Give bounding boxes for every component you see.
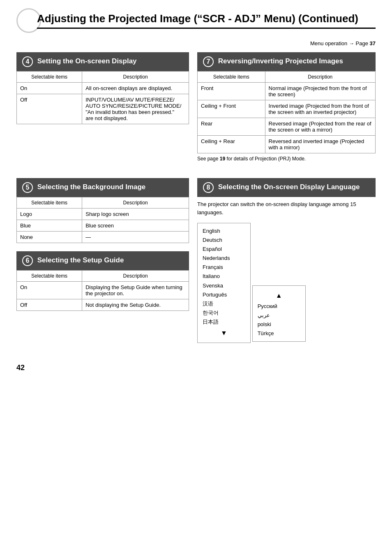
menu-operation: Menu operation → Page 37 — [16, 40, 376, 46]
section-4-title: Setting the On-screen Display — [37, 57, 137, 65]
menu-op-arrow: → — [349, 40, 354, 46]
s6-col1-header: Selectable items — [17, 271, 82, 282]
lang-francais: Français — [203, 263, 245, 272]
s7-row1-item: Front — [198, 83, 265, 100]
lang-portugues: Português — [203, 290, 245, 299]
section-4-table: Selectable items Description On All on-s… — [16, 71, 189, 124]
arrow-down-icon: ▼ — [203, 327, 245, 339]
sections-5-6-container: 5 Selecting the Background Image Selecta… — [16, 178, 189, 351]
table-row: Off INPUT/VOLUME/AV MUTE/FREEZE/AUTO SYN… — [17, 94, 189, 124]
section-7-container: 7 Reversing/Inverting Projected Images S… — [197, 52, 376, 170]
section-5-header: 5 Selecting the Background Image — [16, 178, 189, 197]
section-8-container: 8 Selecting the On-screen Display Langua… — [197, 178, 376, 351]
section-7-title: Reversing/Inverting Projected Images — [218, 57, 343, 65]
section-6-header: 6 Selecting the Setup Guide — [16, 251, 189, 270]
s4-col2-header: Description — [82, 72, 189, 83]
projector-desc: The projector can switch the on-screen d… — [197, 200, 376, 216]
lang-italiano: Italiano — [203, 272, 245, 281]
language-box-bottom: ▲ Русский عربي polski Türkçe — [252, 285, 306, 342]
table-row: Ceiling + Front Inverted image (Projecte… — [198, 100, 376, 118]
section-4: 4 Setting the On-screen Display Selectab… — [16, 52, 189, 124]
bottom-two-col: 5 Selecting the Background Image Selecta… — [16, 178, 376, 351]
s7-row3-desc: Reversed image (Projected from the rear … — [265, 118, 375, 136]
s4-row2-item: Off — [17, 94, 82, 124]
section-7-table: Selectable items Description Front Norma… — [197, 71, 376, 153]
s5-row2-item: Blue — [17, 220, 82, 232]
arrow-up-icon: ▲ — [258, 289, 300, 302]
section-8-header: 8 Selecting the On-screen Display Langua… — [197, 178, 376, 197]
lang-polish: polski — [258, 320, 300, 329]
section-6-title: Selecting the Setup Guide — [37, 256, 124, 264]
lang-japanese: 日本語 — [203, 317, 245, 327]
lang-nederlands: Nederlands — [203, 254, 245, 263]
s6-row2-desc: Not displaying the Setup Guide. — [82, 299, 189, 311]
s4-col1-header: Selectable items — [17, 72, 82, 83]
s6-row2-item: Off — [17, 299, 82, 311]
section-7-header: 7 Reversing/Inverting Projected Images — [197, 52, 376, 71]
see-page-num: 19 — [220, 156, 225, 162]
s7-row4-desc: Reversed and inverted image (Projected w… — [265, 136, 375, 153]
s6-col2-header: Description — [82, 271, 189, 282]
s5-col2-header: Description — [82, 197, 189, 208]
s5-col1-header: Selectable items — [17, 197, 82, 208]
section-4-container: 4 Setting the On-screen Display Selectab… — [16, 52, 189, 170]
s5-row2-desc: Blue screen — [82, 220, 189, 232]
section-5-number: 5 — [22, 182, 33, 193]
lang-english: English — [203, 227, 245, 236]
s7-col1-header: Selectable items — [198, 72, 265, 83]
table-row: Ceiling + Rear Reversed and inverted ima… — [198, 136, 376, 153]
page-header: Adjusting the Projected Image (“SCR - AD… — [16, 12, 376, 33]
page-number: 42 — [16, 364, 376, 372]
section-5-title: Selecting the Background Image — [37, 183, 146, 191]
menu-op-text: Menu operation — [310, 40, 347, 46]
section-8: 8 Selecting the On-screen Display Langua… — [197, 178, 376, 343]
section-4-header: 4 Setting the On-screen Display — [16, 52, 189, 71]
language-box-top: English Deutsch Español Nederlands Franç… — [197, 223, 251, 343]
section-5: 5 Selecting the Background Image Selecta… — [16, 178, 189, 243]
s5-row1-item: Logo — [17, 208, 82, 220]
s6-row1-desc: Displaying the Setup Guide when turning … — [82, 282, 189, 299]
s5-row3-item: None — [17, 232, 82, 243]
table-row: On Displaying the Setup Guide when turni… — [17, 282, 189, 299]
top-two-col: 4 Setting the On-screen Display Selectab… — [16, 52, 376, 170]
lang-espanol: Español — [203, 245, 245, 254]
menu-op-page: 37 — [370, 40, 376, 46]
s7-row2-desc: Inverted image (Projected from the front… — [265, 100, 375, 118]
lang-russian: Русский — [258, 302, 300, 311]
page-title: Adjusting the Projected Image (“SCR - AD… — [37, 12, 376, 29]
s5-row1-desc: Sharp logo screen — [82, 208, 189, 220]
lang-deutsch: Deutsch — [203, 236, 245, 245]
section-7: 7 Reversing/Inverting Projected Images S… — [197, 52, 376, 162]
section-6-table: Selectable items Description On Displayi… — [16, 270, 189, 311]
table-row: Rear Reversed image (Projected from the … — [198, 118, 376, 136]
section-4-number: 4 — [22, 56, 33, 67]
lang-chinese: 汉语 — [203, 299, 245, 308]
table-row: None — — [17, 232, 189, 243]
s4-row1-desc: All on-screen displays are displayed. — [82, 83, 189, 94]
section-5-table: Selectable items Description Logo Sharp … — [16, 197, 189, 243]
s7-row1-desc: Normal image (Projected from the front o… — [265, 83, 375, 100]
menu-op-label: Page — [356, 40, 368, 46]
s4-row2-desc: INPUT/VOLUME/AV MUTE/FREEZE/AUTO SYNC/RE… — [82, 94, 189, 124]
s5-row3-desc: — — [82, 232, 189, 243]
section-7-number: 7 — [203, 56, 214, 67]
table-row: Off Not displaying the Setup Guide. — [17, 299, 189, 311]
table-row: On All on-screen displays are displayed. — [17, 83, 189, 94]
table-row: Front Normal image (Projected from the f… — [198, 83, 376, 100]
lang-svenska: Svenska — [203, 281, 245, 290]
lang-turkish: Türkçe — [258, 329, 300, 338]
section-8-title: Selecting the On-screen Display Language — [218, 183, 360, 191]
section-8-number: 8 — [203, 182, 214, 193]
lang-arabic: عربي — [258, 311, 300, 320]
s7-row3-item: Rear — [198, 118, 265, 136]
s7-row2-item: Ceiling + Front — [198, 100, 265, 118]
table-row: Logo Sharp logo screen — [17, 208, 189, 220]
s6-row1-item: On — [17, 282, 82, 299]
see-page-note: See page 19 for details of Projection (P… — [197, 156, 376, 162]
table-row: Blue Blue screen — [17, 220, 189, 232]
lang-korean: 한국어 — [203, 308, 245, 317]
s7-row4-item: Ceiling + Rear — [198, 136, 265, 153]
s7-col2-header: Description — [265, 72, 375, 83]
s4-row1-item: On — [17, 83, 82, 94]
section-6-number: 6 — [22, 255, 33, 266]
